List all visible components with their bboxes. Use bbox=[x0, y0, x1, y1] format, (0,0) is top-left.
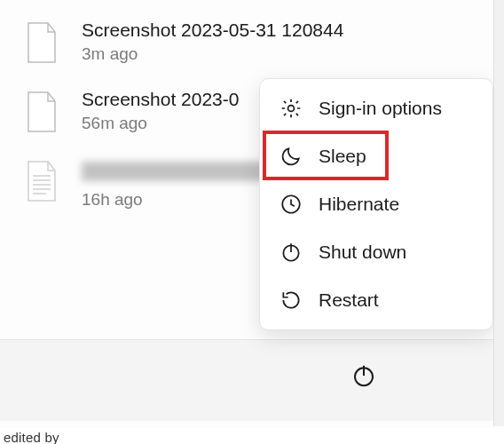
file-name: Screenshot 2023-0 bbox=[82, 89, 239, 110]
text-file-icon bbox=[25, 160, 59, 202]
file-name: Screenshot 2023-05-31 120844 bbox=[82, 20, 343, 41]
cropped-footer-text: edited by bbox=[4, 430, 59, 444]
moon-icon bbox=[280, 145, 303, 168]
power-icon bbox=[280, 241, 303, 264]
menu-item-sign-in-options[interactable]: Sign-in options bbox=[264, 84, 489, 132]
menu-label: Hibernate bbox=[319, 194, 399, 215]
file-time: 3m ago bbox=[82, 44, 343, 64]
file-time: 16h ago bbox=[82, 190, 277, 210]
file-name-redacted bbox=[82, 162, 277, 181]
gear-icon bbox=[280, 97, 303, 120]
menu-label: Shut down bbox=[319, 242, 406, 263]
taskbar-region bbox=[0, 339, 493, 421]
menu-label: Restart bbox=[319, 289, 379, 311]
menu-item-sleep[interactable]: Sleep bbox=[264, 132, 489, 180]
menu-label: Sleep bbox=[319, 146, 366, 167]
menu-item-hibernate[interactable]: Hibernate bbox=[264, 180, 489, 228]
menu-label: Sign-in options bbox=[319, 98, 442, 119]
file-icon bbox=[25, 91, 59, 133]
power-button[interactable] bbox=[350, 362, 377, 389]
menu-item-restart[interactable]: Restart bbox=[264, 276, 489, 324]
file-time: 56m ago bbox=[82, 114, 239, 133]
bottom-edge: edited by bbox=[0, 428, 504, 444]
restart-icon bbox=[280, 289, 303, 312]
svg-point-7 bbox=[288, 106, 295, 112]
file-icon bbox=[25, 21, 59, 64]
clock-icon bbox=[280, 193, 303, 216]
file-item[interactable]: Screenshot 2023-05-31 120844 3m ago bbox=[0, 7, 504, 76]
power-menu: Sign-in options Sleep Hibernate Shut dow… bbox=[259, 78, 493, 330]
vertical-scrollbar[interactable] bbox=[493, 0, 504, 426]
menu-item-shut-down[interactable]: Shut down bbox=[264, 228, 489, 276]
